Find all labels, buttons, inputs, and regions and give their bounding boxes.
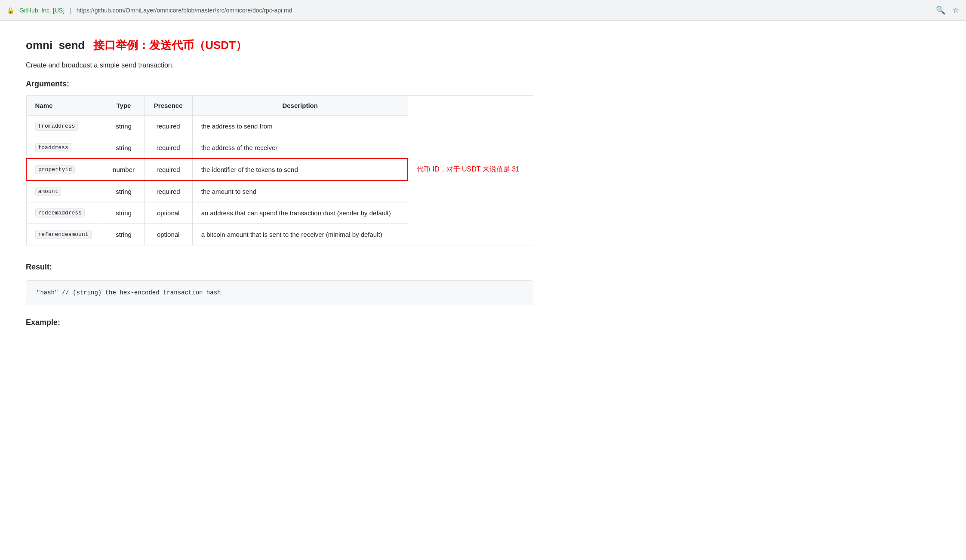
lock-icon: 🔒	[7, 7, 14, 14]
result-code-block: "hash" // (string) the hex-encoded trans…	[26, 280, 533, 305]
title-row: omni_send 接口举例：发送代币（USDT）	[26, 38, 533, 53]
param-name-code: redeemaddress	[35, 208, 85, 217]
cell-type: string	[103, 181, 144, 202]
table-row: referenceamountstringoptionala bitcoin a…	[26, 224, 533, 245]
browser-icons: 🔍 ☆	[936, 6, 959, 15]
result-label: Result:	[26, 263, 533, 272]
cell-presence: required	[144, 137, 192, 159]
cell-presence: optional	[144, 224, 192, 245]
cell-name: amount	[26, 181, 103, 202]
main-content: omni_send 接口举例：发送代币（USDT） Create and bro…	[0, 21, 559, 344]
table-row: redeemaddressstringoptionalan address th…	[26, 202, 533, 224]
cell-description: a bitcoin amount that is sent to the rec…	[192, 224, 408, 245]
arguments-label: Arguments:	[26, 80, 533, 89]
table-row: fromaddressstringrequiredthe address to …	[26, 116, 533, 137]
cell-description: the address of the receiver	[192, 137, 408, 159]
cell-type: number	[103, 159, 144, 181]
cell-description: the amount to send	[192, 181, 408, 202]
cell-name: redeemaddress	[26, 202, 103, 224]
cell-type: string	[103, 137, 144, 159]
cell-name: referenceamount	[26, 224, 103, 245]
star-icon[interactable]: ☆	[952, 6, 959, 15]
cell-name: toaddress	[26, 137, 103, 159]
table-row: toaddressstringrequiredthe address of th…	[26, 137, 533, 159]
cell-name: fromaddress	[26, 116, 103, 137]
table-row: amountstringrequiredthe amount to send	[26, 181, 533, 202]
col-header-description: Description	[192, 96, 408, 116]
cell-name: propertyid	[26, 159, 103, 181]
param-name-code: amount	[35, 187, 62, 196]
cell-type: string	[103, 202, 144, 224]
search-icon[interactable]: 🔍	[936, 6, 945, 15]
cell-presence: required	[144, 181, 192, 202]
cell-description: the address to send from	[192, 116, 408, 137]
page-description: Create and broadcast a simple send trans…	[26, 61, 533, 69]
example-section: Example:	[26, 318, 533, 327]
browser-bar: 🔒 GitHub, Inc. [US] | https://github.com…	[0, 0, 966, 21]
param-name-code: propertyid	[35, 165, 75, 174]
table-row: propertyidnumberrequiredthe identifier o…	[26, 159, 533, 181]
result-code: "hash" // (string) the hex-encoded trans…	[37, 289, 221, 296]
example-label: Example:	[26, 318, 533, 327]
col-header-name: Name	[26, 96, 103, 116]
cell-annotation: 代币 ID，对于 USDT 来说值是 31	[408, 159, 533, 181]
browser-url[interactable]: https://github.com/OmniLayer/omnicore/bl…	[77, 7, 292, 14]
param-name-code: toaddress	[35, 143, 71, 152]
separator: |	[70, 7, 71, 14]
cell-presence: optional	[144, 202, 192, 224]
annotation-text: 代币 ID，对于 USDT 来说值是 31	[417, 165, 520, 173]
col-header-type: Type	[103, 96, 144, 116]
browser-origin: GitHub, Inc. [US]	[19, 7, 65, 14]
param-name-code: fromaddress	[35, 122, 78, 131]
result-section: Result:	[26, 263, 533, 272]
cell-description: an address that can spend the transactio…	[192, 202, 408, 224]
cell-type: string	[103, 224, 144, 245]
cell-presence: required	[144, 116, 192, 137]
col-header-presence: Presence	[144, 96, 192, 116]
cell-description: the identifier of the tokens to send	[192, 159, 408, 181]
arguments-table: Name Type Presence Description fromaddre…	[26, 95, 533, 245]
page-title: omni_send	[26, 39, 85, 52]
table-header-row: Name Type Presence Description	[26, 96, 533, 116]
cell-presence: required	[144, 159, 192, 181]
param-name-code: referenceamount	[35, 230, 92, 239]
cell-type: string	[103, 116, 144, 137]
page-subtitle: 接口举例：发送代币（USDT）	[93, 38, 247, 53]
